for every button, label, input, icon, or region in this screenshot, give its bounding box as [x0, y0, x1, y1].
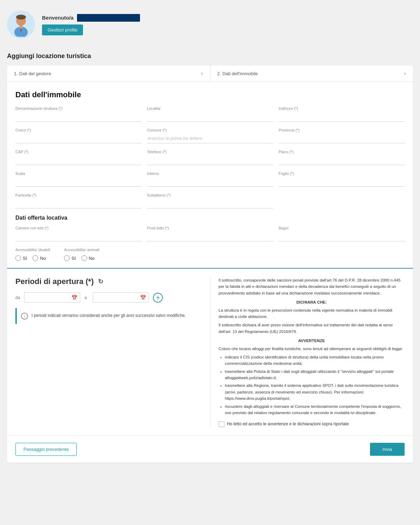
form-section: Dati dell'immobile Denominazione struttu… — [7, 82, 413, 268]
animali-no-radio[interactable] — [82, 255, 87, 261]
denominazione-input[interactable] — [15, 112, 141, 122]
denominazione-group: Denominazione struttura (*) — [15, 106, 141, 122]
animali-si-radio[interactable] — [64, 255, 70, 261]
legal-bullet-1: indicare il CIS (codice identificativo d… — [225, 354, 405, 367]
indirizzo-label: Indirizzo (*) — [279, 106, 405, 111]
posti-group: Posti letto (*) — [147, 226, 273, 241]
comune-group: Comune (*) — [147, 128, 273, 143]
legal-avvertenze-heading: AVVERTENZE — [219, 338, 405, 344]
header-info: Benvenuto/a Gestisci profilo — [42, 14, 140, 35]
period-title: Periodi di apertura (*) ↻ — [15, 277, 202, 286]
info-text: I periodi indicati verranno considerati … — [31, 312, 186, 319]
step-2-number: 2. — [217, 71, 221, 76]
info-icon: i — [21, 313, 28, 320]
provincia-group: Provincia (*) — [279, 128, 405, 143]
svg-rect-5 — [20, 25, 23, 28]
welcome-row: Benvenuto/a — [42, 14, 140, 22]
subalterno-input[interactable] — [147, 199, 273, 208]
comune-label: Comune (*) — [147, 128, 273, 132]
telefono-input[interactable] — [147, 155, 273, 165]
telefono-group: Telefono (*) — [147, 150, 273, 165]
bagni-group: Bagni — [279, 226, 405, 241]
disabili-no-label: No — [40, 256, 46, 261]
disabili-no-radio[interactable] — [33, 255, 38, 261]
step-1-label: Dati del gestore — [19, 71, 51, 76]
camere-input[interactable] — [15, 232, 141, 241]
legal-bullet-4: riscuotere dagli alloggiati e riversare … — [225, 403, 405, 416]
posti-label: Posti letto (*) — [147, 226, 273, 230]
accessibilita-animali-group: Accessibilita' animali SI No — [64, 248, 99, 261]
page-wrapper: Benvenuto/a Gestisci profilo Aggiungi lo… — [0, 0, 420, 525]
legal-section: Il sottoscritto, consapevole delle sanzi… — [210, 277, 405, 427]
scala-input[interactable] — [15, 177, 141, 187]
date-from-wrap: 📅 — [24, 292, 80, 303]
civico-input[interactable] — [15, 134, 141, 143]
disabili-label: Accessibilita' disabili — [15, 248, 50, 252]
accept-checkbox[interactable] — [219, 421, 224, 427]
animali-si-label: SI — [71, 256, 76, 261]
cap-group: CAP (*) — [15, 150, 141, 165]
date-from-input[interactable] — [24, 292, 80, 303]
particella-label: Particella (*) — [15, 193, 141, 197]
accept-label: Ho letto ed accetto le avvertenze e le d… — [227, 421, 349, 427]
disabili-si-label: SI — [23, 256, 27, 261]
date-to-input[interactable] — [93, 292, 149, 303]
localita-input[interactable] — [147, 112, 273, 122]
piano-input[interactable] — [279, 155, 405, 165]
animali-label: Accessibilita' animali — [64, 248, 99, 252]
legal-bullet-2: trasmettere alla Polizia di Stato i dati… — [225, 368, 405, 381]
legal-dichiara-1: La struttura è in regola con le prescriz… — [219, 307, 405, 320]
provincia-input[interactable] — [279, 134, 405, 143]
animali-no-label: No — [89, 256, 95, 261]
empty-group — [279, 193, 405, 208]
username-bar — [77, 14, 140, 22]
disabili-no-option[interactable]: No — [33, 255, 46, 261]
accept-row: Ho letto ed accetto le avvertenze e le d… — [219, 421, 405, 427]
disabili-options: SI No — [15, 255, 50, 261]
indirizzo-input[interactable] — [279, 112, 405, 122]
localita-label: Localita' — [147, 106, 273, 111]
manage-profile-button[interactable]: Gestisci profilo — [42, 24, 83, 35]
period-section: Periodi di apertura (*) ↻ da 📅 a 📅 + — [15, 277, 210, 427]
a-label: a — [84, 295, 89, 300]
posti-input[interactable] — [147, 232, 273, 241]
info-box: i I periodi indicati verranno considerat… — [15, 308, 202, 324]
disabili-si-radio[interactable] — [15, 255, 21, 261]
period-title-text: Periodi di apertura (*) — [15, 277, 94, 286]
localita-group: Localita' — [147, 106, 273, 122]
foglio-group: Foglio (*) — [279, 171, 405, 187]
subalterno-group: Subalterno (*) — [147, 193, 273, 208]
step-2[interactable]: 2. Dati dell'immobile › — [210, 65, 413, 81]
animali-si-option[interactable]: SI — [64, 255, 76, 261]
form-row-6: Camere con letti (*) Posti letto (*) Bag… — [15, 226, 405, 241]
legal-dichiara-2: Il sottoscritto dichiara di aver preso v… — [219, 322, 405, 335]
add-period-button[interactable]: + — [153, 293, 163, 303]
animali-no-option[interactable]: No — [82, 255, 95, 261]
steps-header: 1. Dati del gestore › 2. Dati dell'immob… — [7, 65, 413, 82]
subalterno-label: Subalterno (*) — [147, 193, 273, 197]
disabili-si-option[interactable]: SI — [15, 255, 27, 261]
camere-group: Camere con letti (*) — [15, 226, 141, 241]
legal-avvertenze-intro: Coloro che locano alloggi per finalità t… — [219, 346, 405, 352]
provincia-label: Provincia (*) — [279, 128, 405, 132]
step-1[interactable]: 1. Dati del gestore › — [7, 65, 210, 81]
bagni-input[interactable] — [279, 232, 405, 241]
refresh-icon[interactable]: ↻ — [98, 278, 103, 285]
bottom-section: Periodi di apertura (*) ↻ da 📅 a 📅 + — [7, 268, 413, 435]
prev-button[interactable]: Passaggio precedente — [15, 443, 77, 456]
particella-input[interactable] — [15, 199, 141, 208]
step-2-arrow: › — [404, 70, 406, 77]
civico-group: Civico (*) — [15, 128, 141, 143]
submit-button[interactable]: Invia — [370, 443, 405, 456]
header: Benvenuto/a Gestisci profilo — [7, 7, 413, 42]
interno-input[interactable] — [147, 177, 273, 187]
indirizzo-group: Indirizzo (*) — [279, 106, 405, 122]
cap-label: CAP (*) — [15, 150, 141, 154]
camere-label: Camere con letti (*) — [15, 226, 141, 230]
interno-label: Interno — [147, 171, 273, 176]
cap-input[interactable] — [15, 155, 141, 165]
foglio-input[interactable] — [279, 177, 405, 187]
form-row-2: Civico (*) Comune (*) Provincia (*) — [15, 128, 405, 143]
date-to-wrap: 📅 — [93, 292, 149, 303]
comune-input[interactable] — [147, 134, 273, 143]
